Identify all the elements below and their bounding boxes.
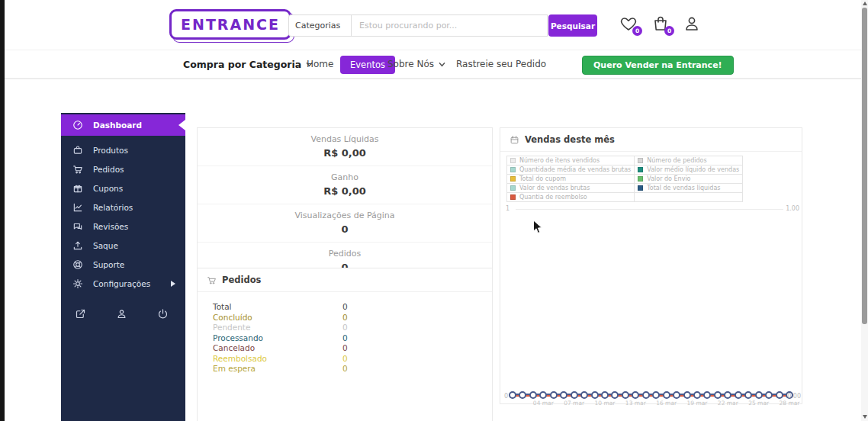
sidebar-item-configuracoes[interactable]: Configurações	[61, 274, 185, 293]
order-status-row[interactable]: Cancelado 0	[213, 343, 477, 354]
legend-swatch	[510, 194, 516, 200]
y-axis-right-label: 1.00	[786, 205, 799, 212]
sidebar-item-label: Saque	[93, 241, 118, 250]
scroll-down-arrow-icon[interactable]	[863, 415, 867, 419]
legend-item[interactable]: Número de itens vendidos	[507, 156, 635, 166]
sidebar-item-revisoes[interactable]: Revisões	[61, 217, 185, 236]
legend-item[interactable]: Valor médio líquido de vendas	[635, 166, 743, 175]
categories-dropdown[interactable]: Categorias	[288, 14, 351, 37]
chart-markers[interactable]	[513, 390, 789, 399]
stat-ganho[interactable]: Ganho R$ 0,00	[198, 166, 492, 204]
legend-item[interactable]: Quantidade média de vendas brutas	[507, 166, 635, 175]
legend-swatch	[510, 185, 516, 191]
search-bar: Categorias Pesquisar	[288, 14, 597, 37]
legend-label: Valor médio líquido de vendas	[647, 166, 739, 173]
data-point	[539, 391, 547, 399]
chart-legend: Número de itens vendidos Número de pedid…	[506, 156, 743, 202]
data-point	[755, 391, 763, 399]
sidebar-item-saque[interactable]: Saque	[61, 236, 185, 255]
data-point	[683, 391, 691, 399]
sidebar-item-pedidos[interactable]: Pedidos	[61, 159, 185, 178]
order-status-row[interactable]: Pendente 0	[213, 323, 477, 333]
logo[interactable]: ENTRANCE	[169, 9, 291, 40]
order-status-count: 0	[342, 302, 348, 313]
cart-icon	[207, 275, 217, 285]
legend-item[interactable]: Valor de vendas brutas	[507, 184, 635, 193]
sidebar-item-dashboard[interactable]: Dashboard	[61, 114, 185, 136]
vendor-sidebar: Dashboard Produtos Pedidos Cupons Relató…	[61, 113, 185, 421]
gridline	[516, 209, 783, 210]
chevron-down-icon	[439, 61, 445, 68]
cart-count-badge: 0	[664, 26, 674, 36]
data-point	[765, 391, 773, 399]
data-point	[519, 391, 526, 399]
orders-panel-title: Pedidos	[222, 275, 261, 285]
scroll-up-arrow-icon[interactable]	[863, 2, 867, 5]
sidebar-item-label: Suporte	[93, 260, 124, 269]
sidebar-item-suporte[interactable]: Suporte	[61, 255, 185, 274]
logout-button[interactable]	[157, 308, 169, 323]
sidebar-item-relatorios[interactable]: Relatórios	[61, 198, 185, 217]
order-status-row[interactable]: Concluído 0	[213, 313, 477, 323]
stats-panel: Vendas Líquidas R$ 0,00 Ganho R$ 0,00 Vi…	[197, 127, 493, 281]
stat-label: Visualizações de Página	[198, 210, 492, 220]
legend-item[interactable]: Total do cupom	[507, 175, 635, 184]
sidebar-item-produtos[interactable]: Produtos	[61, 140, 185, 159]
sidebar-item-label: Produtos	[93, 146, 128, 155]
scrollbar-thumb[interactable]	[862, 8, 867, 324]
legend-swatch	[510, 167, 516, 172]
sidebar-footer	[61, 293, 185, 323]
sidebar-item-cupons[interactable]: Cupons	[61, 178, 185, 198]
legend-item[interactable]: Quantia de reembolso	[507, 193, 635, 202]
briefcase-icon	[72, 145, 83, 156]
stat-vendas-liquidas[interactable]: Vendas Líquidas R$ 0,00	[198, 128, 492, 166]
data-point	[580, 391, 588, 399]
order-status-count: 0	[342, 323, 348, 333]
nav-home[interactable]: Home	[307, 50, 333, 78]
gear-icon	[72, 278, 83, 289]
data-point	[663, 391, 670, 399]
nav-sobre-nos[interactable]: Sobre Nós	[387, 50, 445, 78]
profile-button[interactable]	[116, 308, 127, 323]
chart-gridline: 1 1.00	[500, 204, 802, 214]
legend-swatch	[638, 176, 643, 182]
cart-button[interactable]: 0	[651, 14, 670, 33]
legend-item[interactable]: Número de pedidos	[635, 156, 743, 166]
nav-rastreie-pedido[interactable]: Rastreie seu Pedido	[456, 50, 546, 78]
nav-compra-por-categoria[interactable]: Compra por Categoria	[183, 50, 313, 78]
order-status-label: Processando	[213, 333, 342, 344]
legend-item[interactable]: Valor do Envio	[635, 175, 743, 184]
data-point	[601, 391, 609, 399]
sidebar-item-label: Dashboard	[93, 121, 142, 130]
sales-panel-header: Vendas deste mês	[500, 128, 802, 152]
chat-bubbles-icon	[72, 221, 83, 232]
legend-item[interactable]: Total de vendas líquidas	[635, 184, 743, 193]
data-point	[776, 391, 783, 399]
wishlist-button[interactable]: 0	[619, 14, 638, 33]
data-point	[693, 391, 701, 399]
sell-on-entrance-button[interactable]: Quero Vender na Entrance!	[582, 56, 734, 75]
order-status-row[interactable]: Em espera 0	[213, 364, 477, 374]
order-status-count: 0	[342, 333, 348, 344]
search-input[interactable]	[351, 14, 548, 37]
data-point	[529, 391, 537, 399]
data-point	[560, 391, 567, 399]
x-axis-tick-label: 13 mar	[625, 400, 646, 407]
calendar-icon	[510, 135, 519, 145]
data-point	[571, 391, 578, 399]
data-point	[652, 391, 660, 399]
y-axis-right-zero: 0.00	[787, 393, 801, 400]
account-button[interactable]	[683, 14, 701, 33]
y-axis-left-zero: 0	[504, 393, 508, 400]
user-icon	[683, 14, 701, 33]
stat-label: Pedidos	[198, 249, 492, 259]
page-scrollbar[interactable]	[861, 0, 868, 421]
stat-visualizacoes[interactable]: Visualizações de Página 0	[198, 204, 492, 243]
order-status-row[interactable]: Processando 0	[213, 333, 477, 344]
x-axis-tick-label: 25 mar	[748, 400, 769, 407]
visit-store-button[interactable]	[75, 308, 86, 323]
speedometer-icon	[72, 120, 83, 130]
order-status-row[interactable]: Total 0	[213, 302, 477, 313]
order-status-row[interactable]: Reembolsado 0	[213, 354, 477, 365]
search-button[interactable]: Pesquisar	[548, 14, 597, 37]
